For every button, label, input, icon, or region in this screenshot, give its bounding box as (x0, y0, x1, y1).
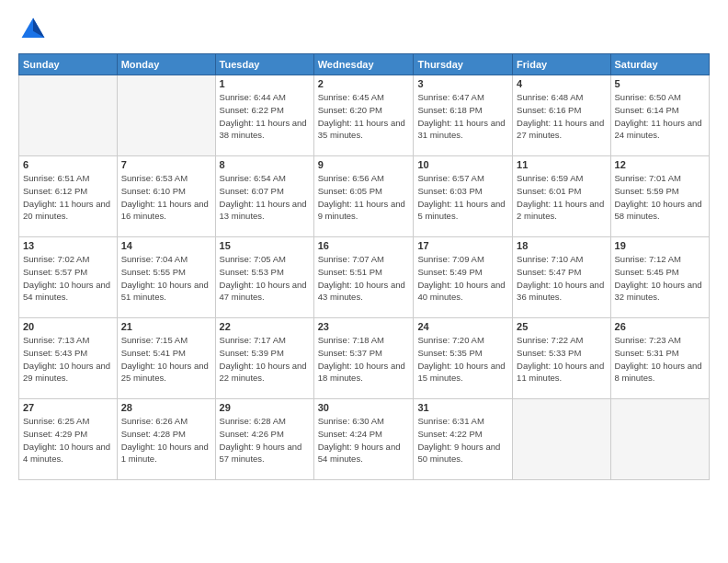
day-number: 23 (318, 321, 410, 332)
calendar-week-2: 13Sunrise: 7:02 AMSunset: 5:57 PMDayligh… (19, 237, 710, 318)
day-info: Sunrise: 6:45 AMSunset: 6:20 PMDaylight:… (318, 91, 410, 142)
calendar-cell: 11Sunrise: 6:59 AMSunset: 6:01 PMDayligh… (513, 156, 610, 237)
day-info: Sunrise: 7:18 AMSunset: 5:37 PMDaylight:… (318, 334, 410, 385)
day-number: 4 (517, 78, 606, 89)
calendar-cell: 16Sunrise: 7:07 AMSunset: 5:51 PMDayligh… (313, 237, 414, 318)
calendar-cell: 22Sunrise: 7:17 AMSunset: 5:39 PMDayligh… (215, 318, 313, 399)
day-number: 17 (417, 240, 508, 251)
day-number: 24 (417, 321, 508, 332)
calendar-week-0: 1Sunrise: 6:44 AMSunset: 6:22 PMDaylight… (19, 75, 710, 156)
day-info: Sunrise: 6:53 AMSunset: 6:10 PMDaylight:… (121, 172, 211, 223)
day-info: Sunrise: 7:02 AMSunset: 5:57 PMDaylight:… (23, 253, 113, 304)
day-info: Sunrise: 7:23 AMSunset: 5:31 PMDaylight:… (615, 334, 705, 385)
calendar-cell: 6Sunrise: 6:51 AMSunset: 6:12 PMDaylight… (19, 156, 118, 237)
day-info: Sunrise: 6:25 AMSunset: 4:29 PMDaylight:… (23, 415, 113, 465)
day-info: Sunrise: 6:56 AMSunset: 6:05 PMDaylight:… (318, 172, 410, 223)
calendar-cell: 25Sunrise: 7:22 AMSunset: 5:33 PMDayligh… (513, 318, 610, 399)
day-info: Sunrise: 6:50 AMSunset: 6:14 PMDaylight:… (615, 91, 705, 142)
day-info: Sunrise: 7:10 AMSunset: 5:47 PMDaylight:… (517, 253, 606, 304)
day-info: Sunrise: 6:57 AMSunset: 6:03 PMDaylight:… (417, 172, 508, 223)
calendar-cell: 7Sunrise: 6:53 AMSunset: 6:10 PMDaylight… (117, 156, 215, 237)
day-number: 31 (417, 402, 508, 413)
day-number: 9 (318, 159, 410, 170)
calendar-cell: 15Sunrise: 7:05 AMSunset: 5:53 PMDayligh… (215, 237, 313, 318)
day-number: 5 (615, 78, 705, 89)
day-number: 28 (121, 402, 211, 413)
day-number: 13 (23, 240, 113, 251)
day-info: Sunrise: 6:28 AMSunset: 4:26 PMDaylight:… (220, 415, 310, 465)
day-number: 21 (121, 321, 211, 332)
day-number: 20 (23, 321, 113, 332)
day-info: Sunrise: 6:44 AMSunset: 6:22 PMDaylight:… (220, 91, 310, 142)
calendar-cell: 10Sunrise: 6:57 AMSunset: 6:03 PMDayligh… (414, 156, 513, 237)
calendar-week-4: 27Sunrise: 6:25 AMSunset: 4:29 PMDayligh… (19, 399, 710, 480)
calendar-cell: 9Sunrise: 6:56 AMSunset: 6:05 PMDaylight… (313, 156, 414, 237)
calendar-header-row: SundayMondayTuesdayWednesdayThursdayFrid… (19, 54, 710, 75)
calendar-cell: 2Sunrise: 6:45 AMSunset: 6:20 PMDaylight… (313, 75, 414, 156)
day-info: Sunrise: 6:47 AMSunset: 6:18 PMDaylight:… (417, 91, 508, 142)
day-info: Sunrise: 6:54 AMSunset: 6:07 PMDaylight:… (220, 172, 310, 223)
day-header-wednesday: Wednesday (313, 54, 414, 75)
day-info: Sunrise: 6:51 AMSunset: 6:12 PMDaylight:… (23, 172, 113, 223)
day-number: 22 (220, 321, 310, 332)
calendar-week-3: 20Sunrise: 7:13 AMSunset: 5:43 PMDayligh… (19, 318, 710, 399)
day-info: Sunrise: 7:01 AMSunset: 5:59 PMDaylight:… (615, 172, 705, 223)
calendar-cell (513, 399, 610, 480)
calendar-cell: 24Sunrise: 7:20 AMSunset: 5:35 PMDayligh… (414, 318, 513, 399)
calendar-cell: 19Sunrise: 7:12 AMSunset: 5:45 PMDayligh… (610, 237, 709, 318)
day-number: 19 (615, 240, 705, 251)
calendar-cell: 1Sunrise: 6:44 AMSunset: 6:22 PMDaylight… (215, 75, 313, 156)
day-number: 16 (318, 240, 410, 251)
day-number: 26 (615, 321, 705, 332)
header (18, 15, 710, 44)
day-number: 15 (220, 240, 310, 251)
day-number: 8 (220, 159, 310, 170)
day-header-saturday: Saturday (610, 54, 709, 75)
day-number: 25 (517, 321, 606, 332)
calendar-cell: 20Sunrise: 7:13 AMSunset: 5:43 PMDayligh… (19, 318, 118, 399)
calendar-cell: 18Sunrise: 7:10 AMSunset: 5:47 PMDayligh… (513, 237, 610, 318)
calendar-cell: 31Sunrise: 6:31 AMSunset: 4:22 PMDayligh… (414, 399, 513, 480)
day-number: 11 (517, 159, 606, 170)
calendar-cell: 8Sunrise: 6:54 AMSunset: 6:07 PMDaylight… (215, 156, 313, 237)
day-number: 2 (318, 78, 410, 89)
calendar-cell: 5Sunrise: 6:50 AMSunset: 6:14 PMDaylight… (610, 75, 709, 156)
day-header-thursday: Thursday (414, 54, 513, 75)
calendar-cell (117, 75, 215, 156)
calendar-cell: 30Sunrise: 6:30 AMSunset: 4:24 PMDayligh… (313, 399, 414, 480)
calendar-cell: 23Sunrise: 7:18 AMSunset: 5:37 PMDayligh… (313, 318, 414, 399)
day-info: Sunrise: 6:48 AMSunset: 6:16 PMDaylight:… (517, 91, 606, 142)
day-number: 7 (121, 159, 211, 170)
calendar-table: SundayMondayTuesdayWednesdayThursdayFrid… (18, 53, 710, 480)
day-info: Sunrise: 7:15 AMSunset: 5:41 PMDaylight:… (121, 334, 211, 385)
calendar-cell (610, 399, 709, 480)
calendar-cell: 13Sunrise: 7:02 AMSunset: 5:57 PMDayligh… (19, 237, 118, 318)
calendar-week-1: 6Sunrise: 6:51 AMSunset: 6:12 PMDaylight… (19, 156, 710, 237)
calendar-cell: 28Sunrise: 6:26 AMSunset: 4:28 PMDayligh… (117, 399, 215, 480)
day-number: 10 (417, 159, 508, 170)
day-info: Sunrise: 7:09 AMSunset: 5:49 PMDaylight:… (417, 253, 508, 304)
day-header-tuesday: Tuesday (215, 54, 313, 75)
day-number: 29 (220, 402, 310, 413)
day-number: 6 (23, 159, 113, 170)
day-info: Sunrise: 6:26 AMSunset: 4:28 PMDaylight:… (121, 415, 211, 465)
page: SundayMondayTuesdayWednesdayThursdayFrid… (0, 0, 728, 563)
calendar-cell: 17Sunrise: 7:09 AMSunset: 5:49 PMDayligh… (414, 237, 513, 318)
day-header-friday: Friday (513, 54, 610, 75)
day-number: 3 (417, 78, 508, 89)
day-info: Sunrise: 7:22 AMSunset: 5:33 PMDaylight:… (517, 334, 606, 385)
logo (18, 15, 53, 44)
calendar-cell: 12Sunrise: 7:01 AMSunset: 5:59 PMDayligh… (610, 156, 709, 237)
day-info: Sunrise: 7:12 AMSunset: 5:45 PMDaylight:… (615, 253, 705, 304)
day-number: 18 (517, 240, 606, 251)
day-number: 27 (23, 402, 113, 413)
calendar-cell: 27Sunrise: 6:25 AMSunset: 4:29 PMDayligh… (19, 399, 118, 480)
day-info: Sunrise: 7:13 AMSunset: 5:43 PMDaylight:… (23, 334, 113, 385)
day-info: Sunrise: 7:07 AMSunset: 5:51 PMDaylight:… (318, 253, 410, 304)
calendar-cell: 4Sunrise: 6:48 AMSunset: 6:16 PMDaylight… (513, 75, 610, 156)
day-info: Sunrise: 7:04 AMSunset: 5:55 PMDaylight:… (121, 253, 211, 304)
day-number: 14 (121, 240, 211, 251)
day-info: Sunrise: 6:30 AMSunset: 4:24 PMDaylight:… (318, 415, 410, 465)
calendar-cell: 21Sunrise: 7:15 AMSunset: 5:41 PMDayligh… (117, 318, 215, 399)
day-number: 1 (220, 78, 310, 89)
